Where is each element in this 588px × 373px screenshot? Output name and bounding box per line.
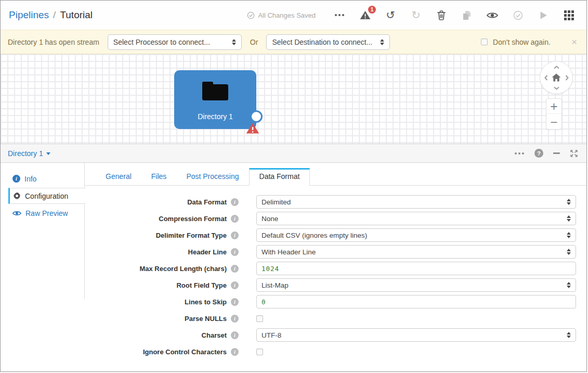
field-label: Compression Format <box>85 215 227 223</box>
field-control: Delimited <box>256 195 576 209</box>
form-row-charset: CharsetiUTF-8 <box>85 328 576 342</box>
select-stepper-icon <box>567 215 571 222</box>
breadcrumb-separator: / <box>53 9 56 21</box>
info-icon[interactable]: i <box>231 265 239 273</box>
issues-button[interactable]: 1 <box>359 9 371 21</box>
tab-data-format[interactable]: Data Format <box>249 168 310 186</box>
sidebar-item-raw-preview[interactable]: Raw Preview <box>8 205 85 221</box>
or-label: Or <box>250 38 258 46</box>
delimiter-format-type-select[interactable]: Default CSV (ignores empty lines) <box>256 228 576 242</box>
parse-nulls-checkbox[interactable] <box>256 315 263 322</box>
ellipsis-icon <box>515 152 524 155</box>
info-icon[interactable]: i <box>231 248 239 256</box>
field-label: Max Record Length (chars) <box>85 265 227 273</box>
field-control: With Header Line <box>256 245 576 259</box>
validate-check-icon <box>513 10 523 20</box>
pipeline-toolbar: 1 ↺ ↻ <box>333 9 580 21</box>
lines-to-skip-input[interactable] <box>256 295 576 308</box>
sidebar-item-configuration[interactable]: Configuration <box>8 188 85 204</box>
more-actions-button[interactable] <box>333 9 346 21</box>
redo-button[interactable]: ↻ <box>410 9 422 21</box>
duplicate-button[interactable] <box>461 9 473 21</box>
home-icon[interactable] <box>552 73 561 82</box>
tab-files[interactable]: Files <box>141 169 177 185</box>
info-icon[interactable]: i <box>231 331 239 339</box>
start-button[interactable] <box>537 9 550 21</box>
info-icon[interactable]: i <box>231 348 239 356</box>
validate-button[interactable] <box>512 9 524 21</box>
compression-format-select[interactable]: None <box>256 212 576 225</box>
destination-connect-value: Select Destination to connect... <box>272 38 372 46</box>
info-icon[interactable]: i <box>231 198 239 206</box>
root-field-type-select[interactable]: List-Map <box>256 278 576 292</box>
delete-button[interactable] <box>435 9 448 21</box>
panel-more-button[interactable] <box>514 148 525 159</box>
form-row-root-field-type: Root Field TypeiList-Map <box>85 278 576 292</box>
pan-left-chevron-icon[interactable] <box>543 74 549 81</box>
stage-menu-button[interactable]: Directory 1 <box>8 149 50 158</box>
select-stepper-icon <box>567 232 571 238</box>
processor-connect-select[interactable]: Select Processor to connect... <box>108 34 242 50</box>
stage-menu-label: Directory 1 <box>8 149 43 158</box>
output-port[interactable] <box>250 110 263 123</box>
select-stepper-icon <box>232 39 236 45</box>
check-circle-icon <box>247 11 255 19</box>
sidebar-item-label: Info <box>24 175 36 183</box>
config-tabbar: GeneralFilesPost ProcessingData Format <box>85 163 586 186</box>
info-icon[interactable]: i <box>231 298 239 306</box>
undo-button[interactable]: ↺ <box>384 9 397 21</box>
sidebar-item-info[interactable]: iInfo <box>8 171 85 187</box>
tab-general[interactable]: General <box>96 169 141 185</box>
notice-message: Directory 1 has open stream <box>8 38 99 46</box>
ellipsis-icon <box>335 14 344 16</box>
tab-post-processing[interactable]: Post Processing <box>176 169 249 185</box>
max-record-length-chars-input[interactable] <box>256 262 576 275</box>
zoom-in-button[interactable]: + <box>546 99 561 114</box>
close-icon[interactable]: × <box>569 37 579 47</box>
zoom-out-button[interactable]: − <box>546 114 561 129</box>
field-control: UTF-8 <box>256 328 576 342</box>
info-icon: i <box>12 175 20 183</box>
pan-down-chevron-icon[interactable] <box>553 85 559 91</box>
form-row-delimiter-format-type: Delimiter Format TypeiDefault CSV (ignor… <box>85 228 576 242</box>
stage-node-label: Directory 1 <box>174 112 256 121</box>
info-icon[interactable]: i <box>231 215 239 223</box>
config-form: Data FormatiDelimitedCompression Formati… <box>85 186 586 362</box>
open-stream-notice: Directory 1 has open stream Select Proce… <box>1 30 586 54</box>
breadcrumb-pipelines-link[interactable]: Pipelines <box>9 9 49 21</box>
save-status: All Changes Saved <box>247 11 316 19</box>
form-row-header-line: Header LineiWith Header Line <box>85 245 576 259</box>
expand-icon[interactable] <box>570 149 578 158</box>
redo-icon: ↻ <box>411 10 421 21</box>
info-icon[interactable]: i <box>231 281 239 289</box>
dont-show-again-label: Don't show again. <box>493 38 551 46</box>
help-icon[interactable]: ? <box>534 149 543 158</box>
select-value: Delimited <box>262 198 291 206</box>
canvas-pan-control <box>540 61 573 94</box>
pan-up-chevron-icon[interactable] <box>553 64 559 70</box>
charset-select[interactable]: UTF-8 <box>256 328 576 342</box>
dont-show-again-checkbox[interactable] <box>481 38 488 45</box>
select-value: None <box>262 215 278 223</box>
destination-connect-select[interactable]: Select Destination to connect... <box>266 34 390 50</box>
breadcrumb: Pipelines / Tutorial <box>9 9 93 21</box>
select-stepper-icon <box>567 249 571 255</box>
pan-right-chevron-icon[interactable] <box>564 74 570 81</box>
field-label: Data Format <box>85 198 227 206</box>
info-icon[interactable]: i <box>231 231 239 239</box>
info-icon[interactable]: i <box>231 315 239 323</box>
field-control: List-Map <box>256 278 576 292</box>
stage-error-icon[interactable] <box>246 122 259 134</box>
field-control: None <box>256 212 576 225</box>
field-label: Lines to Skip <box>85 298 227 306</box>
preview-button[interactable] <box>486 9 499 21</box>
ignore-control-characters-checkbox[interactable] <box>256 349 263 355</box>
gear-icon <box>13 192 21 200</box>
header-line-select[interactable]: With Header Line <box>256 245 576 259</box>
field-label: Parse NULLs <box>85 315 227 323</box>
data-format-select[interactable]: Delimited <box>256 195 576 209</box>
stage-library-button[interactable] <box>563 9 575 21</box>
pipeline-canvas[interactable]: Directory 1 + − <box>1 54 586 144</box>
minimize-icon[interactable] <box>553 152 560 154</box>
stage-node-directory[interactable]: Directory 1 <box>174 70 256 129</box>
